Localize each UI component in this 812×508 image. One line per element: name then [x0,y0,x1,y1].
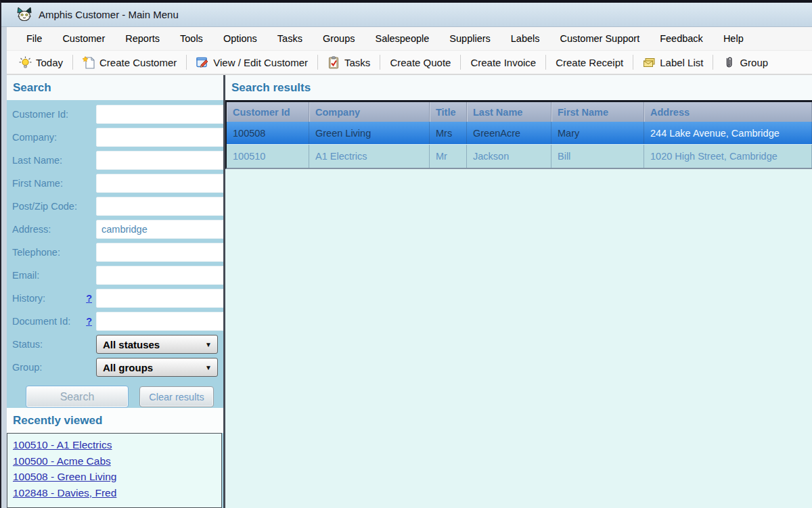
document-id-help-link[interactable]: ? [86,316,92,327]
toolbar-separator [380,55,380,70]
group-label: Group: [12,362,42,373]
address-input[interactable] [96,220,233,239]
menu-item-reports[interactable]: Reports [115,28,170,49]
telephone-row: Telephone: [12,243,218,262]
search-results-header: Search results [225,75,812,100]
group-row: Group: All groups ▼ [12,358,218,377]
toolbar-separator [713,55,713,70]
recent-link-2[interactable]: 100508 - Green Living [13,469,116,485]
menu-item-file[interactable]: File [16,28,52,49]
recent-link-0[interactable]: 100510 - A1 Electrics [13,437,112,453]
menu-item-customer[interactable]: Customer [52,28,115,49]
status-row: Status: All statuses ▼ [12,335,218,354]
toolbar-separator [72,55,73,70]
search-button[interactable]: Search [26,386,129,408]
history-input[interactable] [96,289,233,308]
menu-item-customer-support[interactable]: Customer Support [550,28,650,49]
post-zip-code-input[interactable] [96,197,233,216]
results-area: Search results Customer Id Company Title… [225,75,812,508]
toolbar-create-receipt-button[interactable]: Create Receipt [550,54,629,71]
toolbar-tasks-button[interactable]: Tasks [322,53,376,72]
window-title: Amphis Customer - Main Menu [39,9,179,20]
cell-title: Mrs [430,122,467,144]
address-row: Address: [12,220,218,239]
customer-id-input[interactable] [96,105,233,124]
email-input[interactable] [96,266,233,285]
menu-item-suppliers[interactable]: Suppliers [439,28,500,49]
cell-address: 244 Lake Avenue, Cambridge [644,122,812,144]
edit-window-icon [196,56,209,69]
document-id-input[interactable] [96,312,233,331]
toolbar-view-edit-customer-button[interactable]: View / Edit Customer [191,53,313,72]
clear-results-button[interactable]: Clear results [139,386,214,407]
toolbar-group-button[interactable]: Group [717,53,773,72]
column-header-last-name[interactable]: Last Name [467,102,551,122]
toolbar-label-list-label: Label List [660,57,703,68]
telephone-label: Telephone: [12,247,60,258]
cell-last-name: Jackson [467,145,551,168]
menubar: File Customer Reports Tools Options Task… [7,27,812,50]
recent-link-1[interactable]: 100500 - Acme Cabs [13,453,111,469]
toolbar-create-customer-button[interactable]: Create Customer [77,53,182,72]
history-label: History: [12,293,45,304]
menu-item-groups[interactable]: Groups [313,28,365,49]
table-row[interactable]: 100510 A1 Electrics Mr Jackson Bill 1020… [227,145,812,168]
recent-link-3[interactable]: 102848 - Davies, Fred [13,485,116,501]
post-zip-code-row: Post/Zip Code: [12,197,218,216]
cell-customer-id: 100510 [227,145,309,168]
toolbar-today-button[interactable]: Today [14,53,68,72]
menu-item-salespeople[interactable]: Salespeople [365,28,440,49]
last-name-label: Last Name: [12,155,62,166]
column-header-customer-id[interactable]: Customer Id [227,102,309,122]
chevron-down-icon: ▼ [205,364,212,371]
app-window: Amphis Customer - Main Menu File Custome… [0,0,812,508]
group-dropdown-value: All groups [103,362,153,373]
cell-company: A1 Electrics [309,145,430,168]
last-name-input[interactable] [96,151,233,170]
toolbar-separator [317,55,318,70]
menu-item-help[interactable]: Help [713,28,754,49]
toolbar-create-invoice-button[interactable]: Create Invoice [465,54,541,71]
toolbar-create-invoice-label: Create Invoice [470,57,536,68]
chevron-down-icon: ▼ [205,341,212,348]
menu-item-tasks[interactable]: Tasks [267,28,313,49]
toolbar-create-quote-button[interactable]: Create Quote [384,54,456,71]
first-name-input[interactable] [96,174,233,193]
history-help-link[interactable]: ? [86,293,92,304]
search-form: Customer Id: Company: Last Name: First N… [7,100,223,408]
column-header-title[interactable]: Title [430,102,467,122]
toolbar-label-list-button[interactable]: Label List [637,53,708,72]
table-row-selected[interactable]: 100508 Green Living Mrs GreenAcre Mary 2… [227,122,812,145]
recently-viewed-list: 100510 - A1 Electrics 100500 - Acme Cabs… [7,433,222,508]
menu-item-labels[interactable]: Labels [501,28,550,49]
menu-item-options[interactable]: Options [213,28,267,49]
group-dropdown[interactable]: All groups ▼ [96,358,218,377]
first-name-label: First Name: [12,178,63,189]
column-header-address[interactable]: Address [644,102,812,122]
search-sidebar: Search Customer Id: Company: Last Name: [7,75,223,508]
email-row: Email: [12,266,218,285]
cell-company: Green Living [309,122,430,144]
toolbar-separator [460,55,461,70]
status-dropdown[interactable]: All statuses ▼ [96,335,218,354]
toolbar-create-quote-label: Create Quote [390,57,451,68]
lightbulb-icon [19,56,32,69]
paperclip-icon [723,56,736,69]
toolbar-create-customer-label: Create Customer [99,57,177,68]
telephone-input[interactable] [96,243,233,262]
titlebar: Amphis Customer - Main Menu [1,3,812,27]
cell-first-name: Mary [551,122,644,144]
history-row: History: ? [12,289,218,308]
toolbar: Today Create Customer View / [7,50,812,75]
menu-item-tools[interactable]: Tools [170,28,213,49]
column-header-company[interactable]: Company [309,102,430,122]
menu-item-feedback[interactable]: Feedback [650,28,713,49]
toolbar-today-label: Today [36,57,63,68]
customer-id-row: Customer Id: [12,105,218,124]
toolbar-separator [186,55,187,70]
company-input[interactable] [96,128,233,147]
cell-last-name: GreenAcre [467,122,551,144]
column-header-first-name[interactable]: First Name [551,102,644,122]
results-table-header-row: Customer Id Company Title Last Name Firs… [227,102,812,122]
search-buttons-row: Search Clear results [12,386,218,408]
